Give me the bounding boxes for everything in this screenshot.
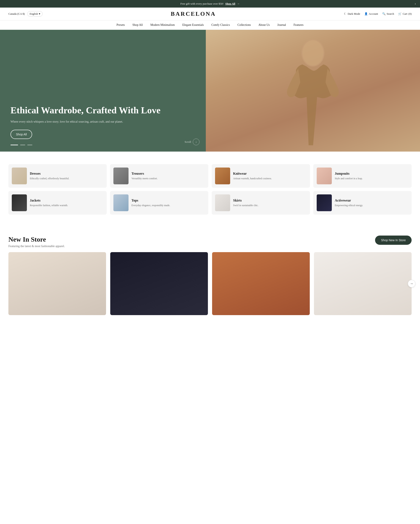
hero-title: Ethical Wardrobe, Crafted With Love [10,105,195,116]
nav-item-shop-all[interactable]: Shop All [132,23,143,27]
nav-item-comfy-classics[interactable]: Comfy Classics [211,23,230,27]
chevron-down-icon: ▾ [39,12,40,16]
category-card-knitwear[interactable]: Knitwear Artisan warmth, handcrafted coz… [212,164,310,188]
new-in-header: New In Store Featuring the latest & most… [9,236,411,248]
product-image-4 [314,252,411,315]
category-card-dresses[interactable]: Dresses Ethically crafted, effortlessly … [9,164,107,188]
account-link[interactable]: 👤 Account [364,12,378,16]
nav-item-elegant-essentials[interactable]: Elegant Essentials [182,23,204,27]
category-info-jackets: Jackets Responsible fashion, reliable wa… [30,199,68,207]
category-thumb-trousers [114,167,129,184]
category-info-tops: Tops Everyday elegance, responsibly made… [131,199,170,207]
category-desc: Everyday elegance, responsibly made. [131,204,170,207]
cart-icon: 🛒 [398,12,402,16]
scroll-down-icon[interactable]: ↓ [193,139,200,145]
hero-model-silhouette [279,36,347,145]
category-card-activewear[interactable]: Activewear Empowering ethical energy. [313,191,411,215]
hero-indicator-1[interactable] [10,145,18,145]
region-label: Canada (CA $) [9,12,25,16]
category-thumb-dresses [12,167,27,184]
nav-item-journal[interactable]: Journal [277,23,286,27]
category-desc: Versatility meets comfort. [131,177,158,180]
moon-icon: ☾ [344,12,347,16]
category-card-tops[interactable]: Tops Everyday elegance, responsibly made… [110,191,208,215]
announcement-arrow: → [237,2,240,5]
dark-mode-toggle[interactable]: ☾ Dark Mode [344,12,360,16]
categories-grid: Dresses Ethically crafted, effortlessly … [9,164,411,215]
search-icon: 🔍 [382,12,385,16]
category-info-jumpsuits: Jumpsuits Style and comfort in a leap. [335,172,363,180]
language-selector[interactable]: English ▾ [27,11,43,17]
category-info-dresses: Dresses Ethically crafted, effortlessly … [30,172,69,180]
announcement-link[interactable]: Shop All [225,2,235,5]
header-right: ☾ Dark Mode 👤 Account 🔍 Search 🛒 Cart (0… [344,12,411,16]
category-thumb-jumpsuits [317,167,332,184]
category-info-activewear: Activewear Empowering ethical energy. [335,199,363,207]
category-name: Trousers [131,172,158,175]
category-desc: Empowering ethical energy. [335,204,363,207]
cart-button[interactable]: 🛒 Cart (0) [398,12,411,16]
hero-image [206,30,420,152]
category-card-jumpsuits[interactable]: Jumpsuits Style and comfort in a leap. [313,164,411,188]
hero-cta-button[interactable]: Shop All [10,130,32,139]
site-logo[interactable]: BARCELONA [43,10,344,17]
svg-point-1 [302,40,324,66]
product-card-1[interactable] [9,252,106,315]
category-thumb-skirts [215,194,230,211]
category-desc: Swirl in sustainable chic. [233,204,259,207]
product-image-2 [110,252,208,315]
hero-subtitle: Where every stitch whispers a love story… [10,119,195,124]
shop-new-in-button[interactable]: Shop New In Store [375,236,411,245]
new-in-title: New In Store [9,236,65,243]
hero-section: Ethical Wardrobe, Crafted With Love Wher… [0,30,420,152]
search-button[interactable]: 🔍 Search [382,12,394,16]
category-info-skirts: Skirts Swirl in sustainable chic. [233,199,259,207]
person-icon: 👤 [364,12,368,16]
category-info-knitwear: Knitwear Artisan warmth, handcrafted coz… [233,172,272,180]
header-left: Canada (CA $) English ▾ [9,11,43,17]
category-desc: Responsible fashion, reliable warmth. [30,204,68,207]
nav-item-modern-minimalism[interactable]: Modern Minimalism [150,23,175,27]
product-card-2[interactable] [110,252,208,315]
category-desc: Style and comfort in a leap. [335,177,363,180]
hero-indicator-3[interactable] [27,145,32,145]
category-card-jackets[interactable]: Jackets Responsible fashion, reliable wa… [9,191,107,215]
hero-scroll[interactable]: Scroll ↓ [184,139,200,145]
category-card-trousers[interactable]: Trousers Versatility meets comfort. [110,164,208,188]
nav-item-collections[interactable]: Collections [237,23,251,27]
nav-item-about-us[interactable]: About Us [258,23,270,27]
scroll-label: Scroll [184,140,191,144]
products-grid: → [9,252,411,315]
new-in-section: New In Store Featuring the latest & most… [0,227,420,328]
categories-section: Dresses Ethically crafted, effortlessly … [0,152,420,227]
product-card-4[interactable] [314,252,411,315]
announcement-close[interactable]: › [415,2,416,6]
category-name: Jumpsuits [335,172,363,175]
hero-indicator-2[interactable] [20,145,25,145]
category-card-skirts[interactable]: Skirts Swirl in sustainable chic. [212,191,310,215]
announcement-bar: Free gift with every purchase over $50! … [0,0,420,8]
language-label: English [30,12,38,16]
category-desc: Artisan warmth, handcrafted coziness. [233,177,272,180]
category-thumb-activewear [317,194,332,211]
products-next-arrow[interactable]: → [408,280,415,288]
hero-content: Ethical Wardrobe, Crafted With Love Wher… [0,30,206,152]
nav-item-features[interactable]: Features [294,23,303,27]
category-name: Tops [131,199,170,202]
category-name: Knitwear [233,172,272,175]
product-card-3[interactable] [212,252,310,315]
product-image-3 [212,252,310,315]
nav-item-presets[interactable]: Presets [117,23,125,27]
category-thumb-tops [114,194,129,211]
top-header: Canada (CA $) English ▾ BARCELONA ☾ Dark… [0,8,420,20]
category-name: Activewear [335,199,363,202]
new-in-subtitle: Featuring the latest & most fashionable … [9,245,65,248]
category-info-trousers: Trousers Versatility meets comfort. [131,172,158,180]
category-name: Jackets [30,199,68,202]
category-desc: Ethically crafted, effortlessly beautifu… [30,177,69,180]
hero-indicators [10,145,32,145]
announcement-text: Free gift with every purchase over $50! [180,2,224,5]
category-name: Dresses [30,172,69,175]
category-thumb-knitwear [215,167,230,184]
new-in-header-text: New In Store Featuring the latest & most… [9,236,65,248]
